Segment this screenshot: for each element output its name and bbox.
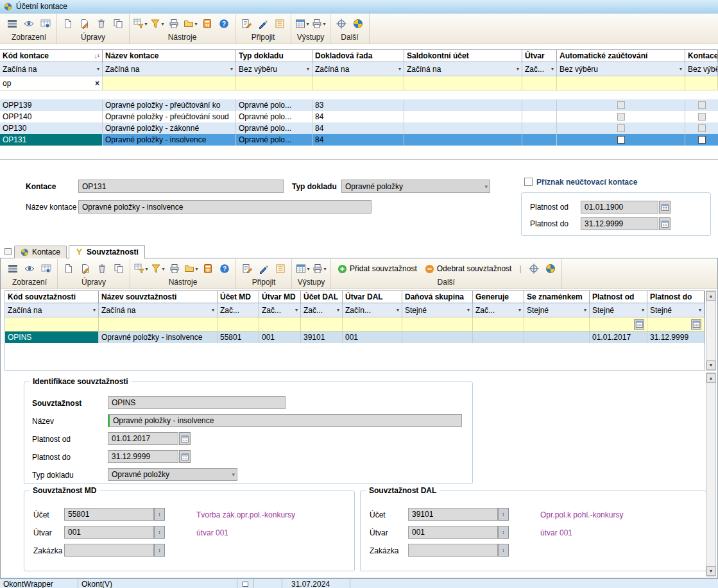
notes-button[interactable] [273,261,287,276]
export-button[interactable]: ▾ [295,16,309,31]
search-input-rada[interactable] [312,76,404,90]
col-header-kod-souvztaznosti[interactable]: Kód souvztažnosti [5,290,99,303]
col-header-nazev-kontace[interactable]: Název kontace [103,49,236,62]
cell-platnost-od[interactable]: 01.01.2017 [590,332,647,343]
cell-kod[interactable]: OPP139 [0,99,103,111]
cell-utvar-md[interactable]: 001 [259,332,301,343]
col-header-nazev-souvztaznosti[interactable]: Název souvztažnosti [99,290,218,303]
cell-utvar-dal[interactable]: 001 [343,332,402,343]
copy-record-button[interactable] [112,261,126,276]
help-button[interactable] [218,261,232,276]
spinner-button[interactable]: ↕ [154,544,165,557]
calendar-button[interactable] [659,217,671,230]
search-cell[interactable] [343,317,402,332]
pie-button[interactable] [543,261,558,276]
utvar-md-input[interactable]: 001 [64,526,154,539]
calculator-button[interactable] [200,16,214,31]
souvztaznost-input[interactable]: OPINS [108,396,286,409]
batch-print-button[interactable] [167,16,181,31]
calendar-button[interactable] [179,432,191,445]
cell-nazev[interactable]: Opravné položky - přeúčtování soud [103,111,236,122]
filter-nazev-souvztaznosti[interactable]: Začíná na▾ [99,303,218,317]
search-cell[interactable] [301,317,343,332]
preview-button[interactable] [22,261,37,276]
search-cell[interactable] [473,317,524,332]
utvar-dal-input[interactable]: 001 [408,526,498,539]
col-header-ucet-dal[interactable]: Účet DAL [301,290,343,303]
cell-nazev[interactable]: Opravné položky - insolvence [99,332,218,343]
attach-form-button[interactable] [240,261,254,276]
add-souvztaznost-button[interactable]: Přidat souvztažnost [335,261,420,276]
calendar-button[interactable] [691,319,701,330]
cell-typ[interactable]: Opravné polo... [236,111,312,122]
kontace-row-selected[interactable]: OP131 Opravné položky - insolvence Oprav… [0,134,718,146]
cell-typ[interactable]: Opravné polo... [236,99,312,111]
search-input-saldo[interactable] [404,76,522,90]
search-input-utvar[interactable] [522,76,557,90]
cell-kod[interactable]: OP130 [0,122,103,134]
filter-dokladova-rada[interactable]: Začíná na▾ [312,62,404,76]
calendar-button[interactable] [634,319,644,330]
kontace-row[interactable]: OPP140 Opravné položky - přeúčtování sou… [0,111,718,122]
calendar-button[interactable] [659,201,671,214]
spinner-button[interactable]: ↕ [498,544,509,557]
help-button[interactable] [217,16,231,31]
cell-platnost-do[interactable]: 31.12.9999 [647,332,705,343]
tab-kontace[interactable]: Kontace [14,246,67,258]
nazev-input[interactable]: Opravné položky - insolvence [108,414,462,427]
filter-button[interactable]: ▾ [151,261,165,276]
filter-danova-skupina[interactable]: Stejné▾ [402,303,473,317]
col-header-dokladova-rada[interactable]: Dokladová řada [312,49,404,62]
search-input-nazev[interactable] [103,76,236,90]
search-cell[interactable] [259,317,301,332]
search-input-kod-kontace[interactable]: op× [0,76,103,90]
cell-kod[interactable]: OPINS [5,332,99,343]
spinner-button[interactable]: ↕ [498,526,509,539]
preview-button[interactable] [22,16,36,31]
cell-ucet-md[interactable]: 55801 [218,332,259,343]
filter-utvar-dal[interactable]: Začín...▾ [343,303,402,317]
cell-kod[interactable]: OP131 [0,134,103,146]
edit-record-button[interactable] [78,16,92,31]
actions-button[interactable]: ▾ [184,16,198,31]
filter-generuje[interactable]: Zač...▾ [473,303,524,317]
filter-settings-button[interactable]: ▾ [134,261,148,276]
search-cell[interactable] [524,317,590,332]
col-header-utvar-dal[interactable]: Útvar DAL [343,290,402,303]
scroll-down-button[interactable]: ▼ [706,360,715,370]
cell-nazev[interactable]: Opravné položky - zákonné [103,122,236,134]
ucet-dal-input[interactable]: 39101 [408,508,498,521]
scroll-down-button[interactable]: ▼ [706,566,715,576]
filter-ucet-md[interactable]: Zač... [218,303,259,317]
delete-record-button[interactable] [95,261,109,276]
col-header-utvar[interactable]: Útvar [522,49,557,62]
notes-button[interactable] [273,16,287,31]
typ-dokladu-select[interactable]: Opravné položky▾ [108,468,237,481]
platnost-od-input[interactable]: 01.01.1900 [581,201,658,214]
nazev-kontace-input[interactable]: Opravné položky - insolvence [78,200,372,214]
detail-scrollbar[interactable]: ▲ ▼ [706,373,716,576]
attach-form-button[interactable] [239,16,253,31]
col-header-se-znamenkem[interactable]: Se znaménkem [524,290,590,303]
zakazka-md-input[interactable] [64,544,154,557]
filter-utvar[interactable]: Zač...▾ [522,62,557,76]
search-cell[interactable] [402,317,473,332]
show-columns-button[interactable] [38,16,53,31]
col-header-platnost-do[interactable]: Platnost do [647,290,705,303]
tab-souvztaznosti[interactable]: Souvztažnosti [69,245,145,259]
cell-typ[interactable]: Opravné polo... [236,134,312,146]
search-input-typ[interactable] [236,76,312,90]
scroll-up-button[interactable]: ▲ [706,291,715,301]
actions-button[interactable]: ▾ [184,261,198,276]
filter-platnost-od[interactable]: Stejné▾ [590,303,647,317]
kontace-input[interactable]: OP131 [78,180,284,193]
col-header-platnost-od[interactable]: Platnost od [590,290,647,303]
ucet-md-input[interactable]: 55801 [64,508,154,521]
filter-typ-dokladu[interactable]: Bez výběru▾ [236,62,312,76]
spinner-button[interactable]: ↕ [154,526,165,539]
priznak-checkbox[interactable] [524,178,533,186]
filter-kod-souvztaznosti[interactable]: Začíná na▾ [5,303,99,317]
export-button[interactable]: ▾ [296,261,310,276]
filter-utvar-md[interactable]: Zač...▾ [259,303,301,317]
show-columns-button[interactable] [39,261,53,276]
